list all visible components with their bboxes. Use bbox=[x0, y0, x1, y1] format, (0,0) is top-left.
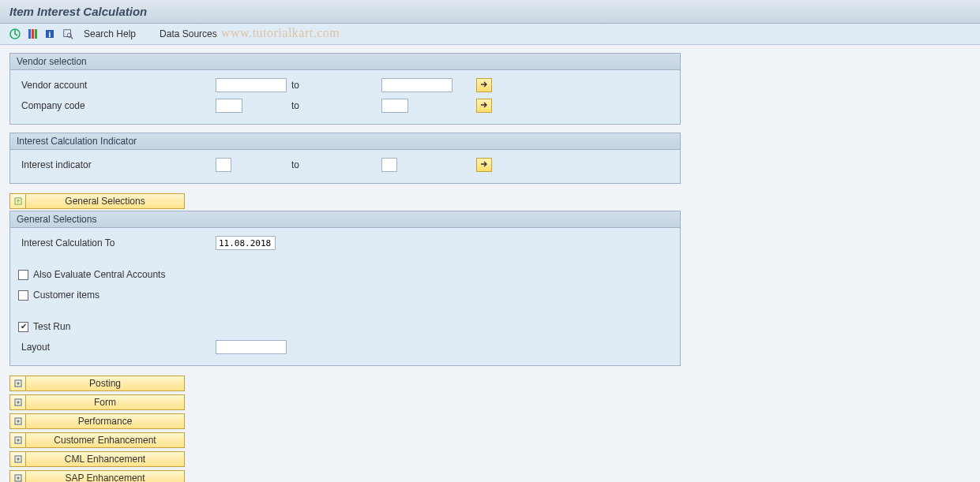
interest-indicator-to-label: to bbox=[287, 159, 381, 170]
vendor-selection-title: Vendor selection bbox=[10, 54, 680, 70]
company-code-to-input[interactable] bbox=[381, 99, 408, 113]
tab-sap-enhancement[interactable]: SAP Enhancement bbox=[9, 470, 185, 482]
test-run-label: Test Run bbox=[33, 321, 70, 332]
interest-indicator-title: Interest Calculation Indicator bbox=[10, 133, 680, 150]
tab-posting-label: Posting bbox=[26, 378, 184, 389]
company-code-to-label: to bbox=[287, 100, 381, 111]
arrow-right-icon bbox=[480, 80, 488, 91]
expand-icon bbox=[10, 433, 26, 447]
tab-performance-label: Performance bbox=[26, 416, 184, 427]
info-icon[interactable]: i bbox=[43, 27, 57, 41]
tab-cml-enhancement[interactable]: CML Enhancement bbox=[9, 451, 185, 467]
vendor-account-range-button[interactable] bbox=[476, 78, 492, 92]
tab-cml-enhancement-label: CML Enhancement bbox=[26, 454, 184, 465]
layout-label: Layout bbox=[18, 342, 216, 353]
variant-icon[interactable] bbox=[25, 27, 39, 41]
customer-items-label: Customer items bbox=[33, 290, 100, 301]
search-help-icon[interactable] bbox=[60, 27, 76, 41]
expand-icon bbox=[10, 414, 26, 428]
svg-rect-3 bbox=[35, 29, 37, 39]
expand-icon bbox=[10, 376, 26, 390]
tab-general-selections[interactable]: General Selections bbox=[9, 193, 185, 209]
tab-customer-enhancement[interactable]: Customer Enhancement bbox=[9, 432, 185, 448]
tab-sap-enhancement-label: SAP Enhancement bbox=[26, 473, 184, 482]
page-title: Item Interest Calculation bbox=[0, 0, 980, 24]
svg-line-8 bbox=[71, 37, 73, 39]
vendor-selection-group: Vendor selection Vendor account to Compa… bbox=[9, 53, 681, 125]
vendor-account-from-input[interactable] bbox=[216, 78, 287, 92]
expand-icon bbox=[10, 471, 26, 482]
tab-general-selections-label: General Selections bbox=[26, 196, 184, 207]
interest-indicator-range-button[interactable] bbox=[476, 158, 492, 172]
also-evaluate-central-label: Also Evaluate Central Accounts bbox=[33, 269, 165, 280]
toolbar: i Search Help Data Sources www.tutorialk… bbox=[0, 24, 980, 45]
collapse-icon bbox=[10, 194, 26, 208]
also-evaluate-central-checkbox[interactable] bbox=[18, 270, 28, 280]
tab-customer-enhancement-label: Customer Enhancement bbox=[26, 435, 184, 446]
interest-indicator-to-input[interactable] bbox=[381, 158, 397, 172]
arrow-right-icon bbox=[480, 100, 488, 111]
layout-input[interactable] bbox=[216, 340, 287, 354]
customer-items-checkbox[interactable] bbox=[18, 290, 28, 301]
general-selections-title: General Selections bbox=[10, 211, 680, 228]
company-code-from-input[interactable] bbox=[216, 99, 242, 113]
interest-indicator-group: Interest Calculation Indicator Interest … bbox=[9, 133, 681, 184]
test-run-checkbox[interactable] bbox=[18, 322, 28, 332]
execute-icon[interactable] bbox=[8, 27, 22, 41]
vendor-account-to-label: to bbox=[287, 80, 381, 91]
vendor-account-to-input[interactable] bbox=[381, 78, 452, 92]
arrow-right-icon bbox=[480, 159, 488, 170]
company-code-range-button[interactable] bbox=[476, 99, 492, 113]
tab-posting[interactable]: Posting bbox=[9, 376, 185, 391]
expand-icon bbox=[10, 452, 26, 466]
interest-calc-to-label: Interest Calculation To bbox=[18, 237, 216, 248]
svg-text:i: i bbox=[49, 30, 51, 39]
svg-rect-1 bbox=[28, 29, 31, 39]
interest-indicator-from-input[interactable] bbox=[216, 158, 231, 172]
watermark: www.tutorialkart.com bbox=[221, 26, 340, 40]
svg-rect-2 bbox=[32, 29, 34, 39]
search-help-button[interactable]: Search Help bbox=[79, 27, 141, 41]
tab-performance[interactable]: Performance bbox=[9, 413, 185, 429]
tab-form-label: Form bbox=[26, 397, 184, 408]
company-code-label: Company code bbox=[18, 100, 216, 111]
tab-form[interactable]: Form bbox=[9, 394, 185, 410]
interest-calc-to-input[interactable] bbox=[216, 236, 276, 250]
general-selections-group: General Selections Interest Calculation … bbox=[9, 211, 681, 366]
expand-icon bbox=[10, 395, 26, 409]
data-sources-button[interactable]: Data Sources bbox=[155, 27, 222, 41]
interest-indicator-label: Interest indicator bbox=[18, 159, 216, 170]
vendor-account-label: Vendor account bbox=[18, 80, 216, 91]
